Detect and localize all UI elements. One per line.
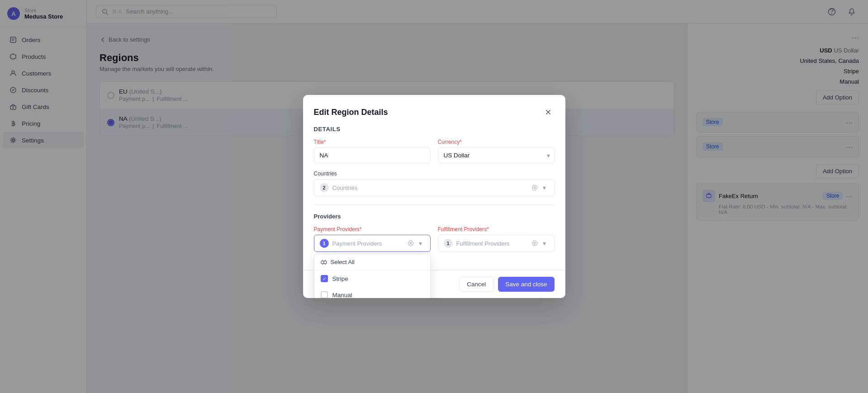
manual-label: Manual xyxy=(332,292,352,298)
modal-title: Edit Region Details xyxy=(314,108,388,117)
fulfillment-providers-field[interactable]: 1 Fulfillment Providers ▾ xyxy=(438,235,555,252)
stripe-label: Stripe xyxy=(332,275,348,282)
select-all-icon xyxy=(321,259,327,265)
select-all-option[interactable]: Select All xyxy=(314,254,430,270)
fulfillment-providers-count: 1 xyxy=(444,239,453,248)
details-section-title: Details xyxy=(314,126,555,133)
modal-close-button[interactable] xyxy=(542,106,555,118)
stripe-checkbox[interactable] xyxy=(321,275,328,282)
title-group: Title* xyxy=(314,139,431,163)
title-currency-row: Title* Currency* US Dollar ▾ xyxy=(314,139,555,163)
payment-providers-chevron-icon[interactable]: ▾ xyxy=(417,239,425,247)
dropdown-item-manual[interactable]: Manual xyxy=(314,287,430,298)
fulfillment-providers-icons: ▾ xyxy=(531,239,549,247)
title-input[interactable] xyxy=(314,147,431,163)
fulfillment-providers-placeholder: Fulfillment Providers xyxy=(456,240,527,247)
payment-providers-dropdown: Select All Stripe Manual Stripe Prz xyxy=(314,254,431,298)
svg-rect-10 xyxy=(324,261,327,264)
select-all-label: Select All xyxy=(331,259,355,265)
currency-group: Currency* US Dollar ▾ xyxy=(438,139,555,163)
payment-providers-clear-icon[interactable] xyxy=(407,239,415,247)
modal-header: Edit Region Details xyxy=(303,95,565,126)
providers-row: Payment Providers* 1 Payment Providers ▾ xyxy=(314,226,555,252)
countries-group: Countries 2 Countries ▾ xyxy=(314,170,555,196)
payment-providers-icons: ▾ xyxy=(407,239,425,247)
title-label: Title* xyxy=(314,139,431,145)
payment-providers-field[interactable]: 1 Payment Providers ▾ xyxy=(314,235,431,252)
countries-count: 2 xyxy=(320,183,329,192)
fulfillment-providers-chevron-icon[interactable]: ▾ xyxy=(541,239,549,247)
payment-providers-group: Payment Providers* 1 Payment Providers ▾ xyxy=(314,226,431,252)
manual-checkbox[interactable] xyxy=(321,291,328,298)
svg-rect-9 xyxy=(321,261,324,264)
modal-overlay[interactable]: Edit Region Details Details Title* Curre… xyxy=(0,0,868,393)
currency-select-wrapper: US Dollar ▾ xyxy=(438,147,555,163)
fulfillment-providers-group: Fulfillment Providers* 1 Fulfillment Pro… xyxy=(438,226,555,252)
countries-chevron-icon[interactable]: ▾ xyxy=(541,184,549,192)
save-button[interactable]: Save and close xyxy=(498,277,554,292)
countries-field[interactable]: 2 Countries ▾ xyxy=(314,179,555,196)
countries-field-icons: ▾ xyxy=(531,184,549,192)
payment-providers-placeholder: Payment Providers xyxy=(332,240,403,247)
countries-label: Countries xyxy=(314,170,555,177)
fulfillment-providers-clear-icon[interactable] xyxy=(531,239,539,247)
payment-providers-count: 1 xyxy=(320,239,329,248)
modal-body: Details Title* Currency* US Dollar ▾ xyxy=(303,126,565,270)
section-divider xyxy=(314,204,555,205)
countries-clear-icon[interactable] xyxy=(531,184,539,192)
payment-providers-label: Payment Providers* xyxy=(314,226,431,232)
dropdown-item-stripe[interactable]: Stripe xyxy=(314,270,430,287)
currency-select[interactable]: US Dollar xyxy=(438,147,555,163)
fulfillment-providers-label: Fulfillment Providers* xyxy=(438,226,555,232)
countries-placeholder: Countries xyxy=(332,185,527,191)
edit-region-modal: Edit Region Details Details Title* Curre… xyxy=(303,95,565,298)
currency-label: Currency* xyxy=(438,139,555,145)
providers-section-title: Providers xyxy=(314,213,555,220)
cancel-button[interactable]: Cancel xyxy=(459,277,493,292)
